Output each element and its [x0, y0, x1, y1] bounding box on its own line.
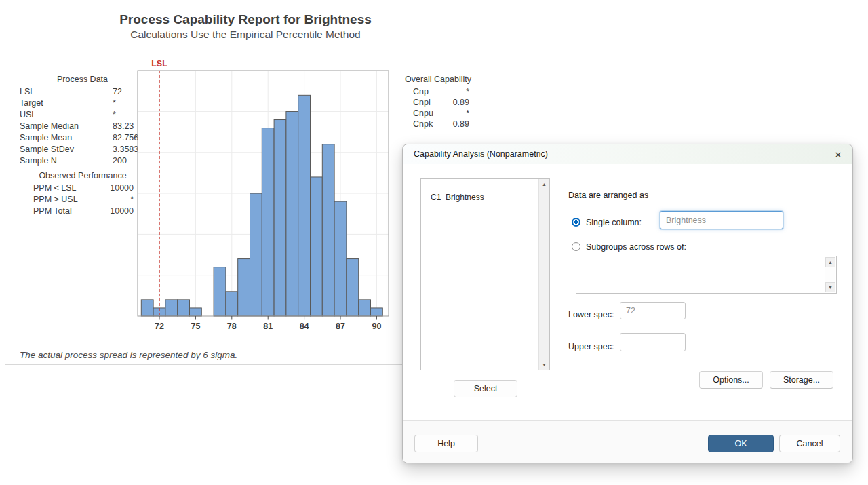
stat-label: Cnpl: [413, 97, 453, 108]
textarea-scrollbar[interactable]: ▲ ▼: [825, 257, 835, 292]
stat-label: Cnpu: [413, 108, 466, 119]
stat-row: Sample N200: [20, 155, 145, 167]
storage-button[interactable]: Storage...: [770, 371, 833, 389]
svg-text:LSL: LSL: [151, 59, 167, 69]
lower-spec-input[interactable]: [620, 302, 686, 319]
stat-label: Target: [20, 98, 113, 109]
cancel-button[interactable]: Cancel: [779, 435, 840, 452]
svg-text:81: 81: [263, 322, 273, 331]
svg-text:90: 90: [372, 322, 381, 331]
stat-label: PPM < LSL: [33, 182, 110, 194]
stat-value: *: [466, 86, 469, 97]
stat-label: Cnpk: [413, 119, 453, 130]
process-data-heading: Process Data: [20, 75, 145, 84]
stat-row: LSL72: [20, 86, 145, 98]
process-data-table: LSL72Target*USL*Sample Median83.23Sample…: [20, 86, 145, 167]
stat-row: Cnp*: [413, 86, 469, 97]
overall-capability-table: Cnp*Cnpl0.89Cnpu*Cnpk0.89: [413, 86, 469, 130]
stat-row: Sample Mean82.7567: [20, 132, 145, 144]
column-name: Brightness: [446, 193, 484, 202]
subgroups-textarea[interactable]: ▲ ▼: [576, 256, 837, 294]
stat-row: Sample StDev3.35835: [20, 144, 145, 155]
lower-spec-label: Lower spec:: [568, 310, 614, 319]
stat-row: USL*: [20, 109, 145, 121]
stat-label: PPM > USL: [33, 194, 130, 206]
report-footnote: The actual process spread is represented…: [20, 350, 237, 360]
stat-value: 0.89: [453, 119, 469, 130]
capability-histogram: 72757881848790LSL: [133, 58, 394, 339]
stat-row: PPM Total10000: [33, 206, 134, 217]
help-button[interactable]: Help: [414, 435, 478, 452]
scroll-up-icon[interactable]: ▲: [825, 257, 835, 267]
ok-button[interactable]: OK: [708, 435, 774, 452]
listbox-scrollbar[interactable]: ▲ ▼: [538, 179, 549, 370]
single-column-radio[interactable]: [572, 218, 580, 227]
upper-spec-input[interactable]: [620, 333, 686, 351]
svg-text:78: 78: [227, 322, 237, 331]
scroll-up-icon[interactable]: ▲: [539, 179, 549, 189]
dialog-title: Capability Analysis (Nonparametric): [414, 149, 548, 159]
upper-spec-label: Upper spec:: [568, 342, 614, 351]
stat-row: Target*: [20, 98, 145, 109]
stat-label: Sample StDev: [20, 144, 113, 155]
subgroups-radio[interactable]: [572, 242, 580, 251]
stat-label: Cnp: [413, 86, 466, 97]
stat-row: Cnpk0.89: [413, 119, 469, 130]
stat-row: PPM > USL*: [33, 194, 134, 206]
stat-label: USL: [20, 109, 113, 121]
report-title: Process Capability Report for Brightness: [5, 12, 486, 27]
stat-label: Sample Mean: [20, 132, 113, 144]
scroll-down-icon[interactable]: ▼: [825, 282, 835, 292]
observed-performance-heading: Observed Performance: [22, 171, 143, 180]
svg-text:75: 75: [191, 322, 200, 331]
svg-text:84: 84: [300, 322, 309, 331]
subgroups-label[interactable]: Subgroups across rows of:: [586, 242, 686, 252]
stat-row: Cnpu*: [413, 108, 469, 119]
stat-row: PPM < LSL10000: [33, 182, 134, 194]
observed-performance-table: PPM < LSL10000PPM > USL*PPM Total10000: [33, 182, 134, 217]
single-column-label[interactable]: Single column:: [586, 218, 642, 227]
stat-row: Cnpl0.89: [413, 97, 469, 108]
stat-value: *: [466, 108, 469, 119]
svg-text:72: 72: [155, 322, 164, 331]
stat-label: Sample N: [20, 155, 113, 167]
stat-value: 0.89: [453, 97, 469, 108]
overall-capability-heading: Overall Capability: [403, 75, 473, 84]
column-id: C1: [431, 193, 446, 202]
close-icon[interactable]: ✕: [831, 147, 846, 162]
options-button[interactable]: Options...: [699, 371, 763, 389]
column-listbox[interactable]: C1Brightness ▲ ▼: [420, 178, 550, 370]
stat-row: Sample Median83.23: [20, 121, 145, 132]
data-arranged-label: Data are arranged as: [568, 191, 648, 200]
dialog-titlebar: Capability Analysis (Nonparametric) ✕: [403, 144, 852, 164]
list-item-column[interactable]: C1Brightness: [431, 193, 484, 202]
scroll-down-icon[interactable]: ▼: [539, 360, 549, 370]
stat-value: 10000: [110, 206, 134, 217]
stat-label: Sample Median: [20, 121, 113, 132]
single-column-input[interactable]: [660, 211, 783, 229]
stat-label: PPM Total: [33, 206, 110, 217]
screen: Process Capability Report for Brightness…: [0, 0, 868, 485]
svg-text:87: 87: [336, 322, 345, 331]
stat-label: LSL: [20, 86, 113, 98]
report-subtitle: Calculations Use the Empirical Percentil…: [5, 28, 486, 41]
stat-value: 10000: [110, 182, 134, 194]
select-button[interactable]: Select: [454, 380, 517, 397]
capability-analysis-dialog: Capability Analysis (Nonparametric) ✕ C1…: [402, 144, 853, 463]
